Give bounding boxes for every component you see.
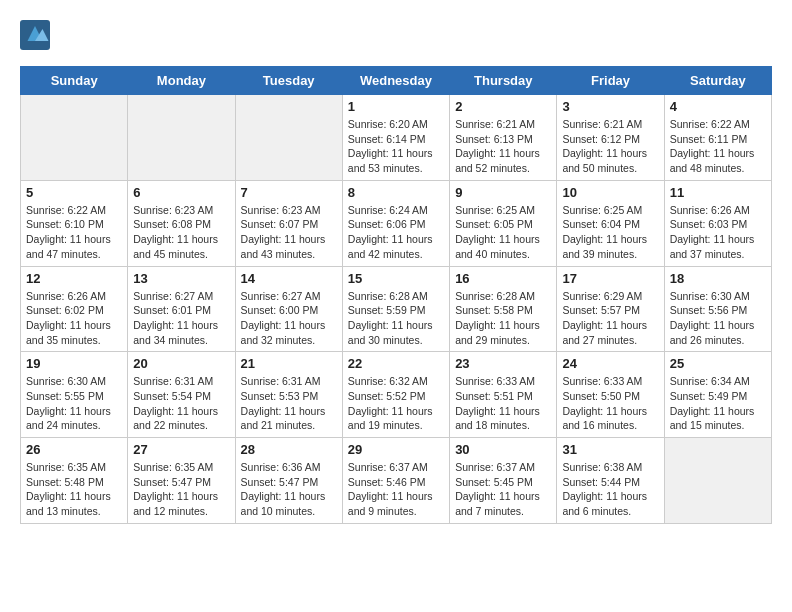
day-cell-6: 6Sunrise: 6:23 AM Sunset: 6:08 PM Daylig… bbox=[128, 180, 235, 266]
day-cell-16: 16Sunrise: 6:28 AM Sunset: 5:58 PM Dayli… bbox=[450, 266, 557, 352]
day-cell-7: 7Sunrise: 6:23 AM Sunset: 6:07 PM Daylig… bbox=[235, 180, 342, 266]
weekday-header-sunday: Sunday bbox=[21, 67, 128, 95]
day-info: Sunrise: 6:32 AM Sunset: 5:52 PM Dayligh… bbox=[348, 374, 444, 433]
day-info: Sunrise: 6:21 AM Sunset: 6:12 PM Dayligh… bbox=[562, 117, 658, 176]
weekday-header-wednesday: Wednesday bbox=[342, 67, 449, 95]
day-info: Sunrise: 6:28 AM Sunset: 5:58 PM Dayligh… bbox=[455, 289, 551, 348]
day-info: Sunrise: 6:23 AM Sunset: 6:08 PM Dayligh… bbox=[133, 203, 229, 262]
day-number: 13 bbox=[133, 271, 229, 286]
day-number: 22 bbox=[348, 356, 444, 371]
day-cell-9: 9Sunrise: 6:25 AM Sunset: 6:05 PM Daylig… bbox=[450, 180, 557, 266]
weekday-header-friday: Friday bbox=[557, 67, 664, 95]
day-number: 5 bbox=[26, 185, 122, 200]
calendar-week-5: 26Sunrise: 6:35 AM Sunset: 5:48 PM Dayli… bbox=[21, 438, 772, 524]
day-cell-3: 3Sunrise: 6:21 AM Sunset: 6:12 PM Daylig… bbox=[557, 95, 664, 181]
day-number: 18 bbox=[670, 271, 766, 286]
day-info: Sunrise: 6:28 AM Sunset: 5:59 PM Dayligh… bbox=[348, 289, 444, 348]
calendar-table: SundayMondayTuesdayWednesdayThursdayFrid… bbox=[20, 66, 772, 524]
calendar-week-1: 1Sunrise: 6:20 AM Sunset: 6:14 PM Daylig… bbox=[21, 95, 772, 181]
day-cell-22: 22Sunrise: 6:32 AM Sunset: 5:52 PM Dayli… bbox=[342, 352, 449, 438]
page-header bbox=[20, 20, 772, 50]
day-info: Sunrise: 6:20 AM Sunset: 6:14 PM Dayligh… bbox=[348, 117, 444, 176]
logo-icon bbox=[20, 20, 50, 50]
weekday-header-saturday: Saturday bbox=[664, 67, 771, 95]
day-cell-13: 13Sunrise: 6:27 AM Sunset: 6:01 PM Dayli… bbox=[128, 266, 235, 352]
weekday-header-monday: Monday bbox=[128, 67, 235, 95]
day-info: Sunrise: 6:37 AM Sunset: 5:46 PM Dayligh… bbox=[348, 460, 444, 519]
day-info: Sunrise: 6:30 AM Sunset: 5:55 PM Dayligh… bbox=[26, 374, 122, 433]
day-number: 14 bbox=[241, 271, 337, 286]
day-cell-23: 23Sunrise: 6:33 AM Sunset: 5:51 PM Dayli… bbox=[450, 352, 557, 438]
day-cell-27: 27Sunrise: 6:35 AM Sunset: 5:47 PM Dayli… bbox=[128, 438, 235, 524]
day-info: Sunrise: 6:30 AM Sunset: 5:56 PM Dayligh… bbox=[670, 289, 766, 348]
day-info: Sunrise: 6:25 AM Sunset: 6:04 PM Dayligh… bbox=[562, 203, 658, 262]
empty-cell bbox=[664, 438, 771, 524]
empty-cell bbox=[128, 95, 235, 181]
day-number: 19 bbox=[26, 356, 122, 371]
day-info: Sunrise: 6:31 AM Sunset: 5:53 PM Dayligh… bbox=[241, 374, 337, 433]
day-number: 27 bbox=[133, 442, 229, 457]
day-info: Sunrise: 6:33 AM Sunset: 5:51 PM Dayligh… bbox=[455, 374, 551, 433]
day-cell-1: 1Sunrise: 6:20 AM Sunset: 6:14 PM Daylig… bbox=[342, 95, 449, 181]
day-number: 25 bbox=[670, 356, 766, 371]
day-number: 23 bbox=[455, 356, 551, 371]
day-info: Sunrise: 6:35 AM Sunset: 5:48 PM Dayligh… bbox=[26, 460, 122, 519]
day-cell-8: 8Sunrise: 6:24 AM Sunset: 6:06 PM Daylig… bbox=[342, 180, 449, 266]
day-info: Sunrise: 6:23 AM Sunset: 6:07 PM Dayligh… bbox=[241, 203, 337, 262]
day-number: 10 bbox=[562, 185, 658, 200]
day-info: Sunrise: 6:26 AM Sunset: 6:03 PM Dayligh… bbox=[670, 203, 766, 262]
day-info: Sunrise: 6:38 AM Sunset: 5:44 PM Dayligh… bbox=[562, 460, 658, 519]
day-number: 8 bbox=[348, 185, 444, 200]
day-cell-25: 25Sunrise: 6:34 AM Sunset: 5:49 PM Dayli… bbox=[664, 352, 771, 438]
day-info: Sunrise: 6:24 AM Sunset: 6:06 PM Dayligh… bbox=[348, 203, 444, 262]
day-info: Sunrise: 6:34 AM Sunset: 5:49 PM Dayligh… bbox=[670, 374, 766, 433]
day-cell-21: 21Sunrise: 6:31 AM Sunset: 5:53 PM Dayli… bbox=[235, 352, 342, 438]
day-cell-17: 17Sunrise: 6:29 AM Sunset: 5:57 PM Dayli… bbox=[557, 266, 664, 352]
day-info: Sunrise: 6:25 AM Sunset: 6:05 PM Dayligh… bbox=[455, 203, 551, 262]
day-number: 4 bbox=[670, 99, 766, 114]
empty-cell bbox=[21, 95, 128, 181]
day-info: Sunrise: 6:21 AM Sunset: 6:13 PM Dayligh… bbox=[455, 117, 551, 176]
calendar-week-2: 5Sunrise: 6:22 AM Sunset: 6:10 PM Daylig… bbox=[21, 180, 772, 266]
day-cell-29: 29Sunrise: 6:37 AM Sunset: 5:46 PM Dayli… bbox=[342, 438, 449, 524]
day-info: Sunrise: 6:36 AM Sunset: 5:47 PM Dayligh… bbox=[241, 460, 337, 519]
day-number: 9 bbox=[455, 185, 551, 200]
day-cell-10: 10Sunrise: 6:25 AM Sunset: 6:04 PM Dayli… bbox=[557, 180, 664, 266]
day-cell-14: 14Sunrise: 6:27 AM Sunset: 6:00 PM Dayli… bbox=[235, 266, 342, 352]
day-number: 2 bbox=[455, 99, 551, 114]
day-info: Sunrise: 6:22 AM Sunset: 6:10 PM Dayligh… bbox=[26, 203, 122, 262]
day-cell-4: 4Sunrise: 6:22 AM Sunset: 6:11 PM Daylig… bbox=[664, 95, 771, 181]
day-cell-2: 2Sunrise: 6:21 AM Sunset: 6:13 PM Daylig… bbox=[450, 95, 557, 181]
calendar-week-4: 19Sunrise: 6:30 AM Sunset: 5:55 PM Dayli… bbox=[21, 352, 772, 438]
day-info: Sunrise: 6:27 AM Sunset: 6:01 PM Dayligh… bbox=[133, 289, 229, 348]
day-cell-30: 30Sunrise: 6:37 AM Sunset: 5:45 PM Dayli… bbox=[450, 438, 557, 524]
day-info: Sunrise: 6:35 AM Sunset: 5:47 PM Dayligh… bbox=[133, 460, 229, 519]
day-cell-24: 24Sunrise: 6:33 AM Sunset: 5:50 PM Dayli… bbox=[557, 352, 664, 438]
day-info: Sunrise: 6:33 AM Sunset: 5:50 PM Dayligh… bbox=[562, 374, 658, 433]
weekday-header-thursday: Thursday bbox=[450, 67, 557, 95]
day-number: 1 bbox=[348, 99, 444, 114]
day-cell-5: 5Sunrise: 6:22 AM Sunset: 6:10 PM Daylig… bbox=[21, 180, 128, 266]
day-cell-31: 31Sunrise: 6:38 AM Sunset: 5:44 PM Dayli… bbox=[557, 438, 664, 524]
day-cell-11: 11Sunrise: 6:26 AM Sunset: 6:03 PM Dayli… bbox=[664, 180, 771, 266]
day-cell-18: 18Sunrise: 6:30 AM Sunset: 5:56 PM Dayli… bbox=[664, 266, 771, 352]
day-number: 15 bbox=[348, 271, 444, 286]
day-cell-12: 12Sunrise: 6:26 AM Sunset: 6:02 PM Dayli… bbox=[21, 266, 128, 352]
day-info: Sunrise: 6:22 AM Sunset: 6:11 PM Dayligh… bbox=[670, 117, 766, 176]
day-number: 26 bbox=[26, 442, 122, 457]
day-cell-26: 26Sunrise: 6:35 AM Sunset: 5:48 PM Dayli… bbox=[21, 438, 128, 524]
day-number: 12 bbox=[26, 271, 122, 286]
day-number: 11 bbox=[670, 185, 766, 200]
calendar-week-3: 12Sunrise: 6:26 AM Sunset: 6:02 PM Dayli… bbox=[21, 266, 772, 352]
day-cell-20: 20Sunrise: 6:31 AM Sunset: 5:54 PM Dayli… bbox=[128, 352, 235, 438]
day-info: Sunrise: 6:31 AM Sunset: 5:54 PM Dayligh… bbox=[133, 374, 229, 433]
day-number: 7 bbox=[241, 185, 337, 200]
day-number: 29 bbox=[348, 442, 444, 457]
logo bbox=[20, 20, 54, 50]
day-number: 16 bbox=[455, 271, 551, 286]
day-info: Sunrise: 6:27 AM Sunset: 6:00 PM Dayligh… bbox=[241, 289, 337, 348]
day-number: 3 bbox=[562, 99, 658, 114]
day-number: 31 bbox=[562, 442, 658, 457]
day-cell-28: 28Sunrise: 6:36 AM Sunset: 5:47 PM Dayli… bbox=[235, 438, 342, 524]
day-number: 21 bbox=[241, 356, 337, 371]
